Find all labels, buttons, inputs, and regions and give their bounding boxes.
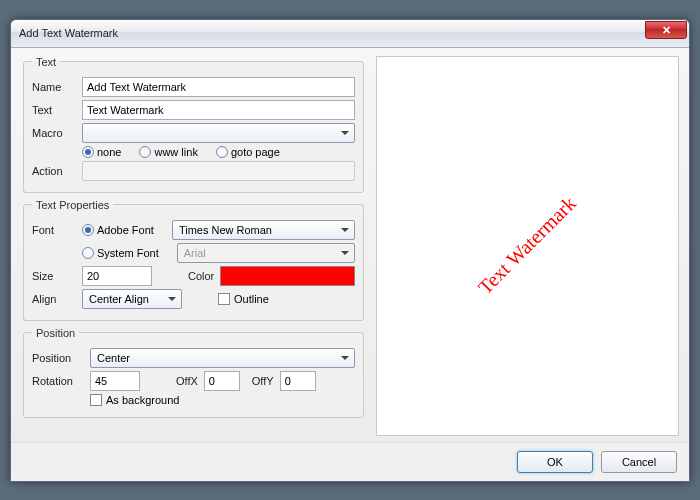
radio-www-link[interactable]: www link <box>139 146 197 158</box>
radio-icon <box>139 146 151 158</box>
action-input <box>82 161 355 181</box>
action-label: Action <box>32 165 76 177</box>
outline-checkbox[interactable]: Outline <box>218 293 269 305</box>
dialog-footer: OK Cancel <box>11 442 689 481</box>
left-panel: Text Name Text Macro none www link goto … <box>21 56 366 436</box>
offx-input[interactable] <box>204 371 240 391</box>
radio-icon <box>82 146 94 158</box>
watermark-preview-text: Text Watermark <box>474 192 581 299</box>
group-position-legend: Position <box>32 327 79 339</box>
macro-select[interactable] <box>82 123 355 143</box>
align-label: Align <box>32 293 76 305</box>
offy-label: OffY <box>252 375 274 387</box>
cancel-button[interactable]: Cancel <box>601 451 677 473</box>
window-title: Add Text Watermark <box>19 27 645 39</box>
size-label: Size <box>32 270 76 282</box>
close-button[interactable]: ✕ <box>645 21 687 39</box>
ok-button[interactable]: OK <box>517 451 593 473</box>
checkbox-icon <box>218 293 230 305</box>
radio-system-font[interactable]: System Font <box>82 247 159 259</box>
system-font-select: Arial <box>177 243 355 263</box>
radio-icon <box>82 247 94 259</box>
group-position: Position Position Center Rotation OffX O… <box>23 327 364 418</box>
group-text-properties: Text Properties Font Adobe Font Times Ne… <box>23 199 364 321</box>
position-label: Position <box>32 352 84 364</box>
radio-none[interactable]: none <box>82 146 121 158</box>
group-props-legend: Text Properties <box>32 199 113 211</box>
group-text: Text Name Text Macro none www link goto … <box>23 56 364 193</box>
macro-label: Macro <box>32 127 76 139</box>
titlebar: Add Text Watermark ✕ <box>11 20 689 48</box>
text-input[interactable] <box>82 100 355 120</box>
radio-icon <box>216 146 228 158</box>
rotation-input[interactable] <box>90 371 140 391</box>
position-select[interactable]: Center <box>90 348 355 368</box>
as-background-checkbox[interactable]: As background <box>90 394 179 406</box>
color-swatch[interactable] <box>220 266 355 286</box>
preview-canvas: Text Watermark <box>376 56 679 436</box>
dialog-window: Add Text Watermark ✕ Text Name Text Macr… <box>10 19 690 482</box>
offx-label: OffX <box>176 375 198 387</box>
size-input[interactable] <box>82 266 152 286</box>
align-select[interactable]: Center Align <box>82 289 182 309</box>
name-label: Name <box>32 81 76 93</box>
dialog-body: Text Name Text Macro none www link goto … <box>11 48 689 442</box>
checkbox-icon <box>90 394 102 406</box>
radio-adobe-font[interactable]: Adobe Font <box>82 224 154 236</box>
color-label: Color <box>188 270 214 282</box>
close-icon: ✕ <box>662 24 671 37</box>
offy-input[interactable] <box>280 371 316 391</box>
rotation-label: Rotation <box>32 375 84 387</box>
name-input[interactable] <box>82 77 355 97</box>
radio-goto-page[interactable]: goto page <box>216 146 280 158</box>
radio-icon <box>82 224 94 236</box>
group-text-legend: Text <box>32 56 60 68</box>
preview-panel: Text Watermark <box>376 56 679 436</box>
font-label: Font <box>32 224 76 236</box>
text-label: Text <box>32 104 76 116</box>
adobe-font-select[interactable]: Times New Roman <box>172 220 355 240</box>
